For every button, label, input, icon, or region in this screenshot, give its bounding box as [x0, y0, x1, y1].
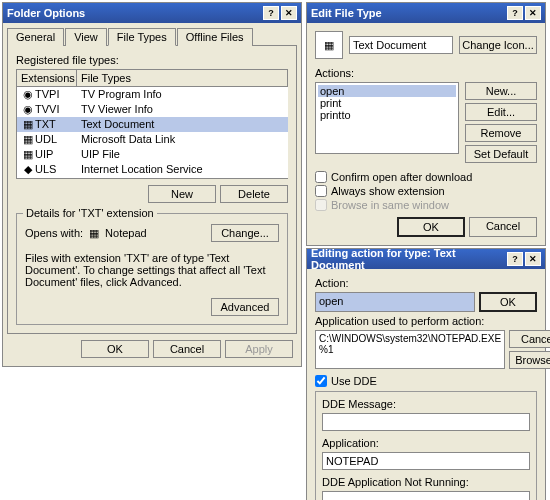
change-button[interactable]: Change... — [211, 224, 279, 242]
file-icon: ▦ — [21, 133, 35, 146]
editing-action-dialog: Editing action for type: Text Document ?… — [306, 248, 546, 500]
details-group: Details for 'TXT' extension Opens with: … — [16, 213, 288, 325]
new-button[interactable]: New... — [465, 82, 537, 100]
registered-label: Registered file types: — [16, 54, 288, 66]
table-row[interactable]: ◉TVVITV Viewer Info — [17, 102, 288, 117]
cancel-button[interactable]: Cancel — [509, 330, 550, 348]
ok-button[interactable]: OK — [397, 217, 465, 237]
actions-label: Actions: — [315, 67, 537, 79]
doc-icon: ▦ — [315, 31, 343, 59]
always-show-checkbox[interactable]: Always show extension — [315, 185, 537, 197]
table-row[interactable]: ▦UDLMicrosoft Data Link — [17, 132, 288, 147]
browse-same-checkbox: Browse in same window — [315, 199, 537, 211]
dialog-title: Folder Options — [7, 7, 85, 19]
list-item[interactable]: print — [318, 97, 456, 109]
tab-view[interactable]: View — [65, 28, 107, 46]
help-icon[interactable]: ? — [507, 6, 523, 20]
confirm-checkbox[interactable]: Confirm open after download — [315, 171, 537, 183]
opens-with-label: Opens with: — [25, 227, 83, 239]
dialog-title: Edit File Type — [311, 7, 382, 19]
tab-general[interactable]: General — [7, 28, 64, 46]
remove-button[interactable]: Remove — [465, 124, 537, 142]
table-row[interactable]: ◉TVPITV Program Info — [17, 87, 288, 102]
notepad-icon: ▦ — [89, 227, 99, 240]
action-label: Action: — [315, 277, 537, 289]
col-extensions[interactable]: Extensions — [17, 70, 77, 86]
ok-button[interactable]: OK — [479, 292, 537, 312]
file-icon: ▦ — [21, 148, 35, 161]
delete-button[interactable]: Delete — [220, 185, 288, 203]
action-input[interactable]: open — [315, 292, 475, 312]
dde-notrun-input[interactable] — [322, 491, 530, 500]
tab-strip: General View File Types Offline Files — [7, 27, 297, 45]
hint-text: Files with extension 'TXT' are of type '… — [25, 252, 279, 288]
set-default-button[interactable]: Set Default — [465, 145, 537, 163]
table-row[interactable]: ▦UIPUIP File — [17, 147, 288, 162]
cancel-button[interactable]: Cancel — [469, 217, 537, 237]
list-item[interactable]: printto — [318, 109, 456, 121]
tab-file-types[interactable]: File Types — [108, 28, 176, 46]
list-header: Extensions File Types — [17, 70, 288, 87]
file-icon: ▦ — [21, 118, 35, 131]
apply-button[interactable]: Apply — [225, 340, 293, 358]
file-icon: ◆ — [21, 163, 35, 176]
help-icon[interactable]: ? — [507, 252, 523, 266]
table-row[interactable]: ◆ULSInternet Location Service — [17, 162, 288, 177]
file-icon: ◉ — [21, 88, 35, 101]
file-types-list[interactable]: Extensions File Types ◉TVPITV Program In… — [16, 69, 288, 179]
dde-app-label: Application: — [322, 437, 530, 449]
titlebar: Edit File Type ? ✕ — [307, 3, 545, 23]
col-file-types[interactable]: File Types — [77, 70, 288, 86]
file-icon: ◆ — [21, 178, 35, 179]
ok-button[interactable]: OK — [81, 340, 149, 358]
new-button[interactable]: New — [148, 185, 216, 203]
change-icon-button[interactable]: Change Icon... — [459, 36, 537, 54]
titlebar: Folder Options ? ✕ — [3, 3, 301, 23]
advanced-button[interactable]: Advanced — [211, 298, 279, 316]
browse-button[interactable]: Browse... — [509, 351, 550, 369]
file-icon: ◉ — [21, 103, 35, 116]
help-icon[interactable]: ? — [263, 6, 279, 20]
app-label: Application used to perform action: — [315, 315, 537, 327]
list-item[interactable]: open — [318, 85, 456, 97]
dde-msg-input[interactable] — [322, 413, 530, 431]
titlebar: Editing action for type: Text Document ?… — [307, 249, 545, 269]
close-icon[interactable]: ✕ — [525, 6, 541, 20]
dde-app-input[interactable]: NOTEPAD — [322, 452, 530, 470]
dialog-title: Editing action for type: Text Document — [311, 247, 507, 271]
close-icon[interactable]: ✕ — [525, 252, 541, 266]
cancel-button[interactable]: Cancel — [153, 340, 221, 358]
table-row[interactable]: ◆URLInternet Shortcut — [17, 177, 288, 179]
table-row[interactable]: ▦TXTText Document — [17, 117, 288, 132]
edit-button[interactable]: Edit... — [465, 103, 537, 121]
use-dde-checkbox[interactable]: Use DDE — [315, 375, 537, 387]
dde-notrun-label: DDE Application Not Running: — [322, 476, 530, 488]
dde-msg-label: DDE Message: — [322, 398, 530, 410]
folder-options-dialog: Folder Options ? ✕ General View File Typ… — [2, 2, 302, 367]
edit-file-type-dialog: Edit File Type ? ✕ ▦ Text Document Chang… — [306, 2, 546, 246]
opens-with-app: Notepad — [105, 227, 147, 239]
tab-panel: Registered file types: Extensions File T… — [7, 45, 297, 334]
doc-type-field[interactable]: Text Document — [349, 36, 453, 54]
actions-list[interactable]: open print printto — [315, 82, 459, 154]
app-input[interactable]: C:\WINDOWS\system32\NOTEPAD.EXE %1 — [315, 330, 505, 369]
details-title: Details for 'TXT' extension — [23, 207, 157, 219]
close-icon[interactable]: ✕ — [281, 6, 297, 20]
tab-offline-files[interactable]: Offline Files — [177, 28, 253, 46]
